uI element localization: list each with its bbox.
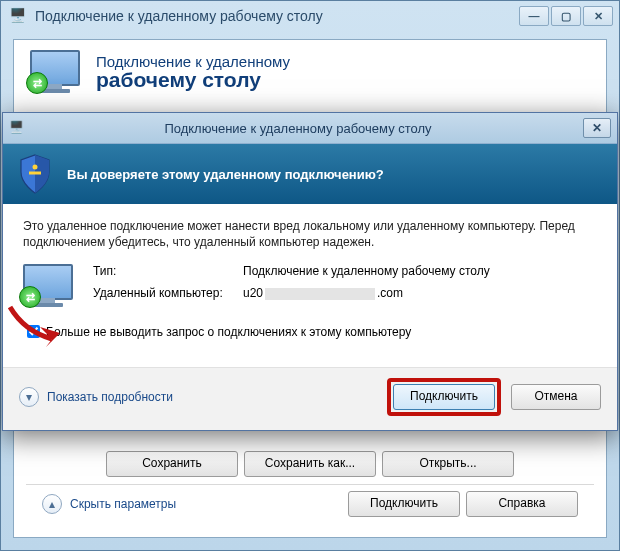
monitor-icon-small: ⇄ — [23, 264, 75, 308]
redacted-host — [265, 288, 375, 300]
dialog-body: Это удаленное подключение может нанести … — [3, 204, 617, 367]
shield-icon — [19, 154, 51, 194]
dont-ask-row[interactable]: Больше не выводить запрос о подключениях… — [23, 322, 597, 341]
main-titlebar: 🖥️ Подключение к удаленному рабочему сто… — [1, 1, 619, 31]
settings-buttons: Сохранить Сохранить как... Открыть... — [26, 451, 594, 477]
main-title: Подключение к удаленному рабочему столу — [7, 8, 517, 24]
app-icon: 🖥️ — [9, 7, 26, 23]
dialog-titlebar: 🖥️ Подключение к удаленному рабочему сто… — [3, 113, 617, 144]
save-button[interactable]: Сохранить — [106, 451, 238, 477]
main-header: ⇄ Подключение к удаленному рабочему стол… — [14, 40, 606, 108]
remote-label: Удаленный компьютер: — [93, 286, 243, 300]
cancel-button[interactable]: Отмена — [511, 384, 601, 410]
help-button[interactable]: Справка — [466, 491, 578, 517]
chevron-down-icon: ▾ — [19, 387, 39, 407]
question-text: Вы доверяете этому удаленному подключени… — [67, 167, 384, 182]
type-label: Тип: — [93, 264, 243, 278]
svg-point-0 — [33, 165, 38, 170]
type-value: Подключение к удаленному рабочему столу — [243, 264, 490, 278]
main-connect-button[interactable]: Подключить — [348, 491, 460, 517]
main-footer: ▴ Скрыть параметры Подключить Справка — [26, 484, 594, 523]
header-line2: рабочему столу — [96, 68, 290, 92]
dialog-close-button[interactable]: ✕ — [583, 118, 611, 138]
chevron-up-icon[interactable]: ▴ — [42, 494, 62, 514]
remote-value: u20.com — [243, 286, 490, 300]
connect-button[interactable]: Подключить — [393, 384, 495, 410]
dialog-footer: ▾ Показать подробности Подключить Отмена — [3, 367, 617, 430]
dialog-title: Подключение к удаленному рабочему столу — [13, 121, 583, 136]
minimize-button[interactable]: — — [519, 6, 549, 26]
question-band: Вы доверяете этому удаленному подключени… — [3, 144, 617, 204]
show-details-link[interactable]: ▾ Показать подробности — [19, 387, 387, 407]
connection-info: ⇄ Тип: Подключение к удаленному рабочему… — [23, 264, 597, 308]
open-button[interactable]: Открыть... — [382, 451, 514, 477]
header-line1: Подключение к удаленному — [96, 53, 290, 70]
maximize-button[interactable]: ▢ — [551, 6, 581, 26]
close-button[interactable]: ✕ — [583, 6, 613, 26]
trust-dialog: 🖥️ Подключение к удаленному рабочему сто… — [2, 112, 618, 431]
hide-params-link[interactable]: Скрыть параметры — [70, 497, 342, 511]
warning-text: Это удаленное подключение может нанести … — [23, 218, 597, 250]
dont-ask-checkbox[interactable] — [27, 325, 40, 338]
save-as-button[interactable]: Сохранить как... — [244, 451, 376, 477]
dont-ask-label: Больше не выводить запрос о подключениях… — [46, 325, 411, 339]
connect-highlight: Подключить — [387, 378, 501, 416]
monitor-icon: ⇄ — [30, 50, 82, 94]
